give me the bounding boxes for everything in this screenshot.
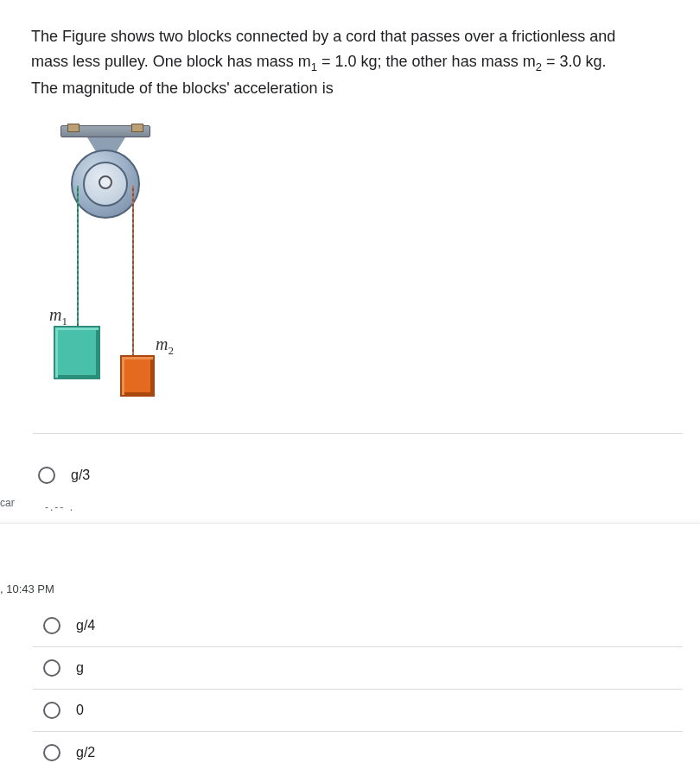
- section-break: [0, 523, 700, 554]
- timestamp: , 10:43 PM: [0, 582, 54, 595]
- question-line3: The magnitude of the blocks' acceleratio…: [31, 80, 334, 97]
- label-m1-sub: 1: [61, 315, 67, 328]
- radio-c[interactable]: [43, 659, 60, 677]
- option-row-d[interactable]: 0: [33, 690, 683, 732]
- option-c-label: g: [76, 660, 84, 676]
- radio-b[interactable]: [43, 617, 60, 634]
- option-a-label: g/3: [71, 468, 90, 483]
- radio-d[interactable]: [43, 702, 60, 719]
- dash-fragment: -.-- .: [28, 496, 684, 513]
- bolt-right: [131, 124, 143, 132]
- option-row-b[interactable]: g/4: [33, 605, 683, 647]
- radio-a[interactable]: [38, 467, 55, 484]
- option-d-label: 0: [76, 703, 84, 718]
- label-m2-sym: m: [156, 334, 168, 353]
- option-row-c[interactable]: g: [33, 647, 683, 690]
- question-text: The Figure shows two blocks connected by…: [31, 24, 683, 101]
- label-m1-sym: m: [49, 305, 61, 324]
- options-continued: g/4 g 0 g/2: [33, 605, 690, 773]
- label-m2: m2: [156, 334, 174, 358]
- cord-right: [132, 186, 134, 357]
- question-line1: The Figure shows two blocks connected by…: [31, 28, 615, 45]
- question-line2c: = 3.0 kg.: [542, 53, 607, 70]
- fragment-car: car: [0, 497, 15, 509]
- block-m2: [120, 355, 155, 397]
- option-b-label: g/4: [76, 618, 95, 633]
- radio-e[interactable]: [43, 744, 60, 761]
- cord-left: [77, 186, 79, 328]
- bolt-left: [67, 124, 80, 132]
- option-row-a[interactable]: g/3: [28, 455, 678, 496]
- question-sub1: 1: [311, 60, 317, 73]
- label-m2-sub: 2: [168, 344, 174, 357]
- question-sub2: 2: [536, 60, 542, 73]
- divider-top: [33, 433, 683, 434]
- option-e-label: g/2: [76, 745, 95, 760]
- question-line2a: mass less pulley. One block has mass m: [31, 53, 311, 70]
- pulley-axle: [99, 175, 112, 189]
- question-line2b: = 1.0 kg; the other has mass m: [317, 53, 536, 70]
- block-m1: [54, 326, 100, 379]
- label-m1: m1: [49, 305, 67, 328]
- pulley-diagram: m1 m2: [35, 118, 173, 421]
- option-row-e[interactable]: g/2: [33, 732, 683, 773]
